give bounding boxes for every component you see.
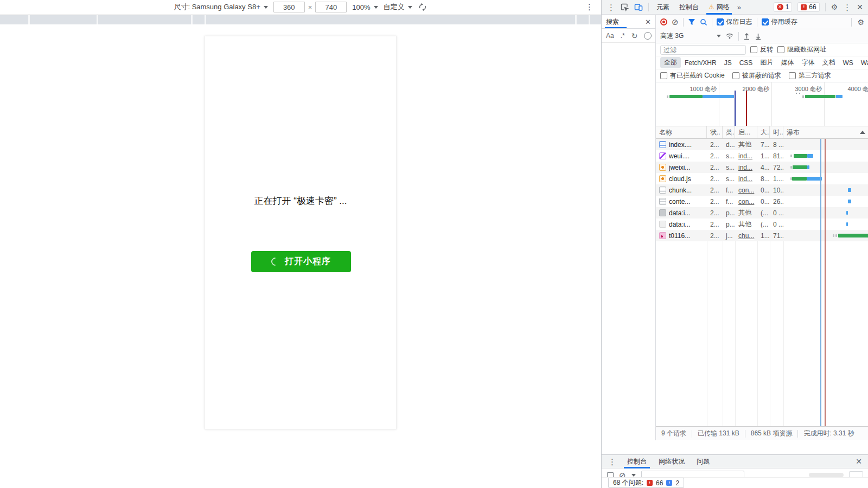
column-header-2[interactable]: 类.. (723, 126, 735, 138)
request-row[interactable]: t0116...2...j...chu...1...71... (656, 230, 868, 241)
request-row[interactable]: data:i...2...p...其他(...0 ... (656, 219, 868, 230)
filter-chip[interactable]: Wasm (857, 58, 868, 68)
search-network-icon[interactable] (700, 18, 707, 26)
network-overview-timeline[interactable]: 1000 毫秒2000 毫秒3000 毫秒4000 毫秒 (656, 82, 868, 126)
cell-col4: 1... (757, 150, 770, 162)
filter-chip[interactable]: 媒体 (777, 57, 797, 68)
regex-toggle[interactable]: .* (621, 32, 625, 40)
request-initiator[interactable]: con... (738, 187, 754, 194)
preserve-log-checkbox[interactable]: 保留日志 (717, 17, 752, 27)
drawer-tab[interactable]: 网络状况 (658, 454, 686, 468)
rotate-device-icon[interactable] (418, 3, 427, 11)
column-header-5[interactable]: 时... (770, 126, 783, 138)
devtools-more-icon[interactable]: ⋮ (843, 3, 851, 11)
drawer-tab[interactable]: 控制台 (626, 454, 648, 468)
throttle-mode-select[interactable]: 自定义 (384, 2, 412, 12)
tab-console[interactable]: 控制台 (677, 0, 701, 15)
filter-chip[interactable]: 字体 (797, 57, 818, 68)
device-select[interactable]: 尺寸: Samsung Galaxy S8+ (174, 2, 267, 12)
open-mini-program-button[interactable]: 打开小程序 (251, 251, 351, 272)
waterfall-tick-bar (833, 234, 834, 237)
filter-chip[interactable]: CSS (736, 58, 757, 68)
request-initiator[interactable]: ind... (738, 164, 752, 171)
column-header-3[interactable]: 启... (735, 126, 757, 138)
request-filter-checkbox[interactable]: 有已拦截的 Cookie (660, 71, 725, 80)
network-filter-input[interactable] (660, 45, 746, 55)
column-header-4[interactable]: 大.. (757, 126, 770, 138)
filter-chip[interactable]: WS (839, 58, 857, 68)
overview-bar-blue (703, 95, 734, 98)
tab-elements[interactable]: 元素 (654, 0, 672, 15)
devtools-close-icon[interactable]: ✕ (857, 3, 863, 11)
console-filter-input[interactable] (641, 471, 744, 478)
filter-funnel-icon[interactable] (688, 18, 695, 25)
device-toolbar-toggle-icon[interactable] (634, 3, 643, 11)
request-row[interactable]: jweixi...2...s...ind...4...72... (656, 162, 868, 173)
clear-network-log-icon[interactable]: ⊘ (672, 18, 679, 26)
waterfall-blue-bar (846, 222, 848, 226)
throttling-select[interactable]: 高速 3G (660, 31, 721, 41)
network-conditions-wifi-icon[interactable] (725, 33, 734, 40)
request-filter-checkbox[interactable]: 第三方请求 (789, 71, 831, 80)
column-header-1[interactable]: 状.. (707, 126, 723, 138)
request-row[interactable]: chunk...2...f...con...0...10... (656, 184, 868, 196)
filter-chip[interactable]: Fetch/XHR (681, 58, 720, 68)
cell-col5: 26... (770, 196, 783, 207)
more-tabs-icon[interactable]: » (737, 3, 741, 11)
drawer-close-icon[interactable]: ✕ (856, 457, 862, 466)
console-errors-badge[interactable]: ✕ 1 (774, 2, 793, 12)
request-initiator[interactable]: ind... (738, 152, 752, 160)
summary-item: 已传输 131 kB (698, 429, 739, 438)
devtools-dock-menu-icon[interactable]: ⋮ (607, 3, 615, 11)
viewport-width-input[interactable] (273, 2, 305, 12)
search-pane-close-icon[interactable]: ✕ (645, 18, 651, 26)
console-log-level-control[interactable] (809, 473, 844, 477)
export-har-icon[interactable] (755, 33, 762, 40)
filter-chip[interactable]: 全部 (660, 57, 681, 68)
console-sidebar-icon[interactable] (607, 472, 614, 478)
import-har-icon[interactable] (743, 33, 750, 40)
filter-chip[interactable]: JS (720, 58, 736, 68)
request-row[interactable]: cloud.js2...s...ind...8...1.... (656, 173, 868, 184)
hide-data-urls-checkbox[interactable]: 隐藏数据网址 (777, 45, 826, 54)
device-toolbar-more-icon[interactable]: ⋮ (585, 3, 593, 11)
clear-search-icon[interactable] (644, 32, 652, 40)
inspect-element-icon[interactable] (621, 3, 629, 11)
request-row[interactable]: data:i...2...p...其他(...0 ... (656, 207, 868, 219)
clear-console-icon[interactable]: ⊘ (619, 471, 626, 478)
search-pane-active-underline (605, 27, 627, 28)
drawer-menu-icon[interactable]: ⋮ (608, 458, 616, 466)
column-header-6[interactable]: 瀑布 (783, 126, 868, 138)
tab-network[interactable]: ⚠ 网络 (706, 0, 732, 15)
network-settings-gear-icon[interactable]: ⚙ (857, 18, 864, 27)
settings-gear-icon[interactable]: ⚙ (831, 3, 838, 11)
console-settings-control[interactable] (849, 471, 863, 478)
device-size-label: 尺寸: Samsung Galaxy S8+ (174, 2, 260, 12)
issues-badge[interactable]: ! 66 (797, 2, 819, 12)
request-row[interactable]: index....2...d...其他7...8 ... (656, 139, 868, 150)
zoom-select[interactable]: 100% (352, 3, 378, 11)
cell-col5: 0 ... (770, 219, 783, 230)
issues-counter[interactable]: 68 个问题: ! 66 ! 2 (608, 478, 684, 488)
disable-cache-checkbox[interactable]: 停用缓存 (762, 17, 797, 27)
filter-chip[interactable]: 图片 (756, 57, 777, 68)
column-header-0[interactable]: 名称 (656, 126, 707, 138)
checkbox-checked-icon (762, 18, 769, 25)
refresh-search-icon[interactable]: ↻ (631, 31, 638, 40)
invert-filter-checkbox[interactable]: 反转 (750, 45, 773, 54)
request-initiator[interactable]: con... (738, 198, 754, 206)
request-row[interactable]: weui....2...s...ind...1...81... (656, 150, 868, 162)
filter-chip[interactable]: 文档 (818, 57, 839, 68)
match-case-toggle[interactable]: Aa (606, 32, 614, 40)
cell-col3: con... (735, 184, 757, 196)
cell-col1: 2... (707, 196, 723, 207)
request-initiator[interactable]: ind... (738, 175, 752, 183)
request-row[interactable]: conte...2...f...con...0...26... (656, 196, 868, 207)
record-network-log-icon[interactable] (660, 18, 667, 25)
request-initiator[interactable]: chu... (738, 232, 754, 240)
cell-col1: 2... (707, 139, 723, 150)
cell-col5: 10... (770, 184, 783, 196)
request-filter-checkbox[interactable]: 被屏蔽的请求 (732, 71, 781, 80)
drawer-tab[interactable]: 问题 (695, 454, 711, 468)
viewport-height-input[interactable] (315, 2, 347, 12)
